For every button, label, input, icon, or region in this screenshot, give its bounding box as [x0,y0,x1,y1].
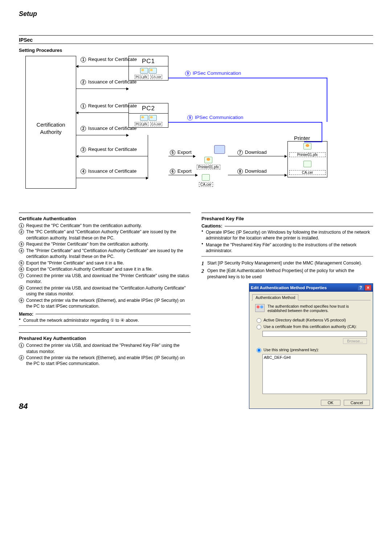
certification-authority-label: Certification Authority [29,121,73,135]
dialog-icon [255,304,265,312]
diagram-text: 2 Issuance of Certificate [81,79,136,85]
list-item: Connect the printer via USB, and downloa… [26,343,180,354]
file-label: CA.cer [150,122,163,126]
ok-button[interactable]: OK [321,400,340,406]
arrow-icon [76,156,148,156]
exported-file: CA.cer [199,174,213,187]
printer-icon [214,145,225,154]
diagram-text: 8 Download [237,168,267,174]
auth-method-dialog: Edit Authentication Method Properties ? … [249,283,373,409]
diagram-text: 9 IPSec Communication [187,115,243,120]
page-number: 84 [19,402,28,411]
printer-files-box: Printer01.pfx CA.cer [287,141,327,177]
file-label: Printer01.pfx [289,152,326,157]
ipsec-heading: IPSec [19,36,373,44]
list-item: The "Printer Certificate" and "Certifica… [26,248,183,259]
list-item: Export the "Printer Certificate" and sav… [26,260,124,266]
arrow-icon [76,89,128,89]
caution-item: Manage the "Preshared Key File" accordin… [201,242,373,254]
cautions-heading: Cautions: [201,223,222,229]
close-button[interactable]: × [365,285,371,291]
list-item: Connect the printer via the network (Eth… [26,355,185,366]
arrow-icon [168,156,195,156]
radio-preshared[interactable]: Use this string (preshared key): [257,348,367,353]
diagram-text: 9 IPSec Communication [185,70,241,76]
cancel-button[interactable]: Cancel [344,400,370,406]
psk-file-heading: Preshared Key File [201,216,373,221]
diagram-text: 3 Request for Certificate [81,147,137,152]
printer-label: Printer [294,135,310,141]
step-text: Open the [Edit Authentication Method Pro… [207,268,354,279]
cert-auth-list: 1Request the "PC Certificate" from the c… [19,223,191,309]
setting-procedures-heading: Setting Procedures [19,46,373,54]
psk-auth-list: 1Connect the printer via USB, and downlo… [19,342,191,367]
list-item: Connect the printer via the network (Eth… [26,298,185,309]
diagram-text: 1 Request for Certificate [81,103,137,109]
file-label: CA.cer [150,75,163,79]
diagram-text: 4 Issuance of Certificate [81,168,136,174]
ca-input[interactable] [262,331,367,337]
file-label: PC1.pfx [135,75,148,79]
list-item: Export the "Certification Authority Cert… [26,267,153,272]
arrow-icon [76,66,128,66]
diagram-text: 2 Issuance of Certificate [81,126,136,131]
file-label: CA.cer [289,170,326,175]
file-label: Printer01.pfx [197,165,220,169]
cert-auth-heading: Certificate Authentication [19,216,191,221]
ipsec-diagram: Certification Authority PC1 PC1.pfx CA.c… [19,56,373,197]
list-item: Connect the printer via USB, and downloa… [26,273,189,284]
arrow-icon [76,178,148,178]
certificate-icon [140,115,148,121]
certificate-icon [149,68,157,74]
certificate-icon [204,157,212,163]
psk-auth-heading: Preshared Key Authentication [19,336,191,341]
memo-text: Consult the network administrator regard… [19,317,191,323]
help-button[interactable]: ? [358,285,364,291]
preshared-key-input[interactable] [262,354,367,394]
dialog-title-text: Edit Authentication Method Properties [251,286,327,290]
list-item: Request the "PC Certificate" from the ce… [26,223,142,228]
memo-heading: Memo: [19,312,33,317]
tab-auth-method[interactable]: Authentication Method [252,294,298,300]
caution-item: Operate IPSec (IP Security) on Windows b… [201,229,373,241]
diagram-text: 5 Export [170,149,192,155]
right-column: Preshared Key File Cautions: Operate IPS… [201,212,373,409]
dialog-titlebar: Edit Authentication Method Properties ? … [249,284,373,292]
radio-certificate[interactable]: Use a certificate from this certificatio… [257,324,367,329]
arrow-icon [228,175,287,175]
arrow-icon [228,156,287,156]
arrow-icon [76,112,128,113]
left-column: Certificate Authentication 1Request the … [19,212,191,409]
browse-button[interactable]: Browse... [343,338,367,344]
certificate-icon [303,143,311,149]
exported-file: Printer01.pfx [197,157,220,169]
step-text: Start [IP Security Policy Management] un… [207,260,362,266]
certificate-icon [303,161,311,167]
diagram-text: 7 Download [237,149,267,155]
arrow-icon [168,175,197,175]
list-item: Request the "Printer Certificate" from t… [26,242,149,247]
dialog-description: The authentication method specifies how … [268,304,367,313]
diagram-text: 6 Export [170,168,192,174]
certificate-icon [149,115,157,121]
diagram-text: 1 Request for Certificate [81,57,137,62]
page-title: Setup [19,10,373,18]
certificate-icon [140,68,148,74]
certificate-icon [202,174,210,181]
list-item: Connect the printer via USB, and downloa… [26,286,186,296]
file-label: CA.cer [199,182,213,187]
file-label: PC2.pfx [135,122,148,126]
radio-kerberos[interactable]: Active Directory default (Kerberos V5 pr… [257,318,367,323]
arrow-icon [76,135,128,135]
list-item: The "PC Certificate" and "Certification … [26,229,176,240]
